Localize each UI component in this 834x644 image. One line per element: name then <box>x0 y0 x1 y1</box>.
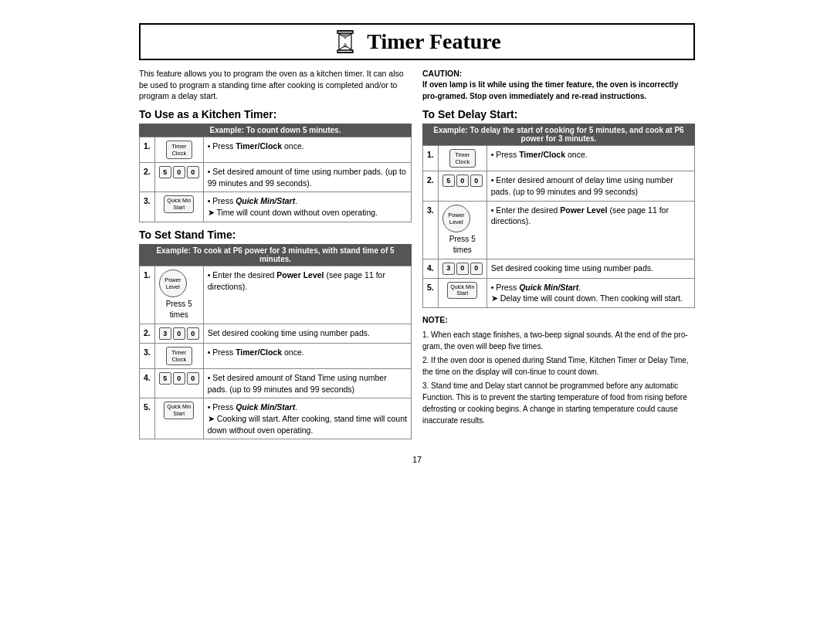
num-pad-5: 5 <box>442 175 455 187</box>
quick-min-start-button: Quick MinStart <box>164 195 194 213</box>
right-column: CAUTION: If oven lamp is lit while using… <box>422 68 695 446</box>
step-text: • Set desired amount of Stand Time using… <box>203 368 411 398</box>
step-number: 4. <box>423 259 439 278</box>
delay-start-heading: To Set Delay Start: <box>422 108 695 120</box>
table-row: 4. 3 0 0 Set desired cooking time using … <box>423 259 695 278</box>
press-times-label: Press 5 times <box>159 299 199 320</box>
caution-text: If oven lamp is lit while using the time… <box>422 80 695 102</box>
step-number: 4. <box>140 368 155 398</box>
step-icon: 5 0 0 <box>438 171 486 201</box>
table-row: 5. Quick MinStart • Press Quick Min/Star… <box>423 278 695 307</box>
num-pad-0b: 0 <box>187 166 199 178</box>
step-text: • Enter desired amount of delay time usi… <box>486 171 694 201</box>
hourglass-icon <box>333 29 358 54</box>
step-icon: PowerLevel Press 5 times <box>438 201 486 259</box>
intro-text: This feature allows you to program the o… <box>139 68 412 102</box>
note-item-2: 2. If the oven door is opened during Sta… <box>422 354 695 378</box>
step-number: 1. <box>423 146 439 171</box>
step-number: 5. <box>140 398 155 439</box>
step-text: • Press Timer/Clock once. <box>203 343 411 368</box>
note-box: NOTE: 1. When each stage finishes, a two… <box>422 314 695 426</box>
quick-min-start-button: Quick MinStart <box>447 282 477 300</box>
note-title: NOTE: <box>422 314 695 327</box>
delay-start-steps: 1. TimerClock • Press Timer/Clock once. … <box>422 145 695 308</box>
num-pad-0a: 0 <box>173 372 185 385</box>
left-column: This feature allows you to program the o… <box>139 68 412 446</box>
step-text: • Press Timer/Clock once. <box>203 137 411 163</box>
page-title: Timer Feature <box>367 29 500 54</box>
step-icon: TimerClock <box>154 343 203 368</box>
timer-clock-button: TimerClock <box>166 347 192 365</box>
power-level-button: PowerLevel <box>442 205 470 232</box>
step-icon: Quick MinStart <box>154 192 203 222</box>
caution-box: CAUTION: If oven lamp is lit while using… <box>422 68 695 102</box>
step-number: 1. <box>140 137 155 163</box>
num-pad-0b: 0 <box>470 175 483 187</box>
step-icon: 5 0 0 <box>154 368 203 398</box>
step-text: • Set desired amount of time using numbe… <box>203 163 411 192</box>
kitchen-timer-steps: 1. TimerClock • Press Timer/Clock once. … <box>139 137 412 222</box>
step-number: 2. <box>140 163 155 192</box>
step-icon: 3 0 0 <box>154 324 203 343</box>
num-pad-0a: 0 <box>173 327 185 340</box>
step-number: 2. <box>423 171 439 201</box>
num-pad-5: 5 <box>159 372 171 385</box>
main-layout: This feature allows you to program the o… <box>139 68 695 446</box>
step-text: • Press Timer/Clock once. <box>486 146 694 171</box>
step-text: • Press Quick Min/Start.➤ Cooking will s… <box>203 398 411 439</box>
caution-title: CAUTION: <box>422 68 695 80</box>
step-number: 5. <box>423 278 439 307</box>
step-number: 3. <box>140 343 155 368</box>
step-text: Set desired cooking time using number pa… <box>486 259 694 278</box>
power-level-button: PowerLevel <box>159 269 187 297</box>
page: Timer Feature This feature allows you to… <box>124 15 710 480</box>
num-pad-0a: 0 <box>173 166 185 178</box>
table-row: 3. PowerLevel Press 5 times • Enter the … <box>423 201 695 259</box>
step-number: 3. <box>423 201 439 259</box>
delay-start-example: Example: To delay the start of cooking f… <box>422 124 695 145</box>
num-pad-0b: 0 <box>187 372 199 385</box>
stand-time-heading: To Set Stand Time: <box>139 229 412 241</box>
step-text: • Press Quick Min/Start.➤ Delay time wil… <box>486 278 694 307</box>
num-pad-0a: 0 <box>456 175 469 187</box>
number-pads: 5 0 0 <box>159 372 199 385</box>
timer-clock-button: TimerClock <box>449 149 476 168</box>
step-text: • Enter the desired Power Level (see pag… <box>203 266 411 324</box>
num-pad-5: 5 <box>159 166 171 178</box>
step-text: Set desired cooking time using number pa… <box>203 324 411 343</box>
stand-time-example: Example: To cook at P6 power for 3 minut… <box>139 244 412 266</box>
table-row: 3. Quick MinStart • Press Quick Min/Star… <box>140 192 412 222</box>
step-icon: 3 0 0 <box>438 259 486 278</box>
table-row: 3. TimerClock • Press Timer/Clock once. <box>140 343 412 368</box>
table-row: 4. 5 0 0 • Set desired amount of Stand T… <box>140 368 412 398</box>
step-icon: TimerClock <box>438 146 486 171</box>
page-number: 17 <box>139 455 695 464</box>
table-row: 1. TimerClock • Press Timer/Clock once. <box>140 137 412 163</box>
press-times-label: Press 5 times <box>442 234 483 256</box>
step-text: • Enter the desired Power Level (see pag… <box>486 201 694 259</box>
step-icon: Quick MinStart <box>154 398 203 439</box>
table-row: 1. TimerClock • Press Timer/Clock once. <box>423 146 695 171</box>
table-row: 2. 5 0 0 • Enter desired amount of delay… <box>423 171 695 201</box>
step-number: 3. <box>140 192 155 222</box>
num-pad-0a: 0 <box>456 263 469 275</box>
num-pad-0b: 0 <box>470 263 483 275</box>
number-pads: 5 0 0 <box>159 166 199 178</box>
quick-min-start-button: Quick MinStart <box>164 402 194 419</box>
table-row: 1. PowerLevel Press 5 times • Enter the … <box>140 266 412 324</box>
num-pad-3: 3 <box>159 327 171 340</box>
number-pads: 3 0 0 <box>159 327 199 340</box>
table-row: 2. 5 0 0 • Set desired amount of time us… <box>140 163 412 192</box>
note-item-1: 1. When each stage finishes, a two-beep … <box>422 329 695 352</box>
title-bar: Timer Feature <box>139 23 695 60</box>
kitchen-timer-example: Example: To count down 5 minutes. <box>139 124 412 137</box>
note-item-3: 3. Stand time and Delay start cannot be … <box>422 380 695 426</box>
step-icon: TimerClock <box>154 137 203 163</box>
step-icon: Quick MinStart <box>438 278 486 307</box>
table-row: 2. 3 0 0 Set desired cooking time using … <box>140 324 412 343</box>
num-pad-3: 3 <box>442 263 455 275</box>
num-pad-0b: 0 <box>187 327 199 340</box>
step-icon: 5 0 0 <box>154 163 203 192</box>
kitchen-timer-heading: To Use as a Kitchen Timer: <box>139 108 412 120</box>
table-row: 5. Quick MinStart • Press Quick Min/Star… <box>140 398 412 439</box>
